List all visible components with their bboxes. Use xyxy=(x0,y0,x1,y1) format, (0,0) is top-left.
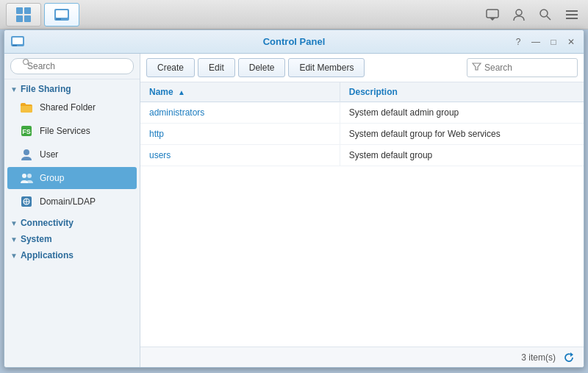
groups-table: Name ▲ Description administrators System… xyxy=(140,82,584,166)
sidebar-section-system-label: System xyxy=(21,234,52,244)
svg-rect-3 xyxy=(24,15,31,22)
sidebar-item-group[interactable]: Group xyxy=(7,167,137,189)
apps-grid-icon xyxy=(15,7,32,23)
column-name-label: Name xyxy=(149,87,173,97)
row-desc-users: System default group xyxy=(340,145,584,166)
table-row[interactable]: http System default group for Web servic… xyxy=(140,124,584,145)
chevron-right-icon-3: ▼ xyxy=(10,252,18,260)
create-button[interactable]: Create xyxy=(146,58,195,77)
shared-folder-icon xyxy=(19,100,34,115)
sidebar-section-file-sharing-label: File Sharing xyxy=(21,84,71,94)
svg-rect-2 xyxy=(16,15,23,22)
edit-members-button[interactable]: Edit Members xyxy=(288,58,365,77)
svg-point-9 xyxy=(540,10,548,17)
taskbar-system-icons xyxy=(482,4,582,25)
row-name-administrators: administrators xyxy=(140,102,340,124)
sidebar-section-applications-label: Applications xyxy=(21,250,74,260)
table-row[interactable]: users System default group xyxy=(140,145,584,166)
svg-rect-5 xyxy=(56,10,68,18)
sort-asc-icon: ▲ xyxy=(178,88,185,96)
message-icon[interactable] xyxy=(482,4,503,25)
taskbar-app-1[interactable] xyxy=(6,3,41,26)
column-header-name[interactable]: Name ▲ xyxy=(140,82,340,102)
taskbar xyxy=(0,0,588,29)
row-desc-http: System default group for Web services xyxy=(340,124,584,145)
delete-button[interactable]: Delete xyxy=(238,58,286,77)
search-icon[interactable] xyxy=(535,4,556,25)
refresh-button[interactable] xyxy=(562,350,576,365)
table-row[interactable]: administrators System default admin grou… xyxy=(140,102,584,124)
sidebar-search-icon xyxy=(22,58,31,69)
window-title: Control Panel xyxy=(263,36,326,47)
row-name-users: users xyxy=(140,145,340,166)
window-titlebar: Control Panel ? — □ ✕ xyxy=(4,30,584,54)
svg-point-23 xyxy=(27,174,32,178)
window-help-button[interactable]: ? xyxy=(512,35,525,49)
sidebar-item-domain-ldap[interactable]: Domain/LDAP xyxy=(7,191,137,213)
sidebar-item-shared-folder-label: Shared Folder xyxy=(40,102,96,113)
sidebar-item-file-services[interactable]: FS File Services xyxy=(7,120,137,142)
window-app-icon xyxy=(10,35,25,49)
window-close-button[interactable]: ✕ xyxy=(564,35,578,49)
svg-rect-6 xyxy=(56,18,61,20)
file-services-icon: FS xyxy=(19,124,34,138)
svg-marker-28 xyxy=(570,352,573,357)
chevron-down-icon: ▼ xyxy=(10,85,18,93)
window-body: ▼ File Sharing Shared Folder xyxy=(4,54,584,367)
svg-line-18 xyxy=(28,64,30,66)
sidebar: ▼ File Sharing Shared Folder xyxy=(4,54,140,367)
table-header-row: Name ▲ Description xyxy=(140,82,584,102)
toolbar-search-container xyxy=(467,58,578,77)
item-count: 3 item(s) xyxy=(521,352,556,363)
window-minimize-button[interactable]: — xyxy=(529,35,542,49)
domain-icon xyxy=(19,194,34,209)
sidebar-section-applications[interactable]: ▼ Applications xyxy=(4,246,140,262)
status-bar: 3 item(s) xyxy=(140,347,584,367)
sidebar-item-domain-ldap-label: Domain/LDAP xyxy=(40,196,96,207)
edit-button[interactable]: Edit xyxy=(198,58,235,77)
sidebar-item-user[interactable]: User xyxy=(7,143,137,166)
svg-point-8 xyxy=(516,10,522,15)
svg-rect-1 xyxy=(24,7,31,14)
window-maximize-button[interactable]: □ xyxy=(547,35,560,49)
control-panel-icon xyxy=(54,7,70,23)
control-panel-window: Control Panel ? — □ ✕ ▼ File S xyxy=(4,29,584,368)
toolbar-search-input[interactable] xyxy=(484,63,573,73)
svg-rect-15 xyxy=(12,38,23,44)
svg-point-17 xyxy=(24,60,29,65)
filter-icon xyxy=(472,62,481,74)
row-name-http: http xyxy=(140,124,340,145)
sidebar-item-user-label: User xyxy=(40,149,58,160)
column-header-description[interactable]: Description xyxy=(340,82,584,102)
chevron-right-icon: ▼ xyxy=(10,219,18,227)
user-sidebar-icon xyxy=(19,147,34,162)
user-icon[interactable] xyxy=(509,4,529,25)
sidebar-section-system[interactable]: ▼ System xyxy=(4,230,140,246)
taskbar-app-2[interactable] xyxy=(44,3,79,26)
svg-rect-7 xyxy=(487,10,498,18)
sidebar-search-wrap xyxy=(10,58,134,74)
sidebar-item-shared-folder[interactable]: Shared Folder xyxy=(7,96,137,118)
chevron-right-icon-2: ▼ xyxy=(10,235,18,244)
window-controls: ? — □ ✕ xyxy=(512,35,578,49)
menu-icon[interactable] xyxy=(562,4,582,25)
column-description-label: Description xyxy=(349,87,398,97)
svg-rect-0 xyxy=(16,7,23,14)
sidebar-section-file-sharing[interactable]: ▼ File Sharing xyxy=(4,79,140,96)
svg-rect-16 xyxy=(12,45,17,46)
sidebar-item-file-services-label: File Services xyxy=(40,126,90,136)
svg-text:FS: FS xyxy=(22,128,31,135)
svg-rect-12 xyxy=(566,14,578,15)
group-icon xyxy=(19,171,34,185)
sidebar-item-group-label: Group xyxy=(40,173,64,183)
main-content: Create Edit Delete Edit Members xyxy=(140,54,584,367)
svg-rect-13 xyxy=(566,18,578,19)
table-container: Name ▲ Description administrators System… xyxy=(140,82,584,347)
svg-point-22 xyxy=(22,174,26,178)
sidebar-section-connectivity-label: Connectivity xyxy=(21,218,74,228)
window-logo xyxy=(10,35,25,49)
toolbar: Create Edit Delete Edit Members xyxy=(140,54,584,82)
svg-point-21 xyxy=(24,149,29,155)
svg-line-10 xyxy=(547,16,551,20)
sidebar-section-connectivity[interactable]: ▼ Connectivity xyxy=(4,213,140,230)
